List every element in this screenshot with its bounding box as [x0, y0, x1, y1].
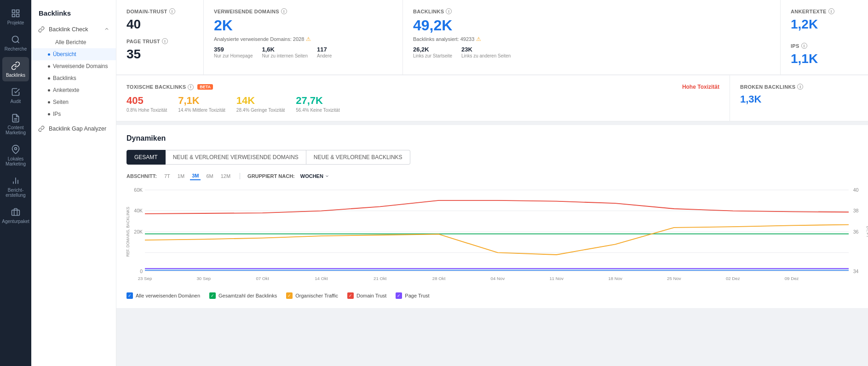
sidebar-item-audit[interactable]: Audit	[2, 83, 29, 108]
ankertexte-label: ANKERTEXTE i	[791, 8, 858, 14]
nav-item-seiten[interactable]: Seiten	[31, 96, 116, 108]
legend-label-alle: Alle verweisenden Domänen	[136, 293, 200, 298]
metric-card-domain-trust: DOMAIN-TRUST i 40 PAGE TRUST i 35	[116, 0, 204, 74]
domain-trust-info-icon[interactable]: i	[169, 8, 175, 14]
time-1m[interactable]: 1M	[176, 172, 186, 180]
svg-text:40K: 40K	[134, 208, 143, 213]
left-nav-title: Backlinks	[31, 6, 116, 23]
tab-gesamt[interactable]: GESAMT	[126, 150, 166, 165]
sidebar-item-recherche[interactable]: Recherche	[2, 31, 29, 55]
time-7t[interactable]: 7T	[162, 172, 172, 180]
time-6m[interactable]: 6M	[204, 172, 215, 180]
legend-label-backlinks: Gesamtzahl der Backlinks	[218, 293, 277, 298]
sidebar-label-agentur: Agenturpaket	[2, 219, 29, 224]
sidebar: Projekte Recherche Backlinks Audit Conte…	[0, 0, 31, 366]
nav-section-header-gap[interactable]: Backlink Gap Analyzer	[31, 122, 116, 136]
ankertexte-info-icon[interactable]: i	[828, 8, 834, 14]
sidebar-item-lokales-marketing[interactable]: Lokales Marketing	[2, 141, 29, 170]
tab-buttons: GESAMT NEUE & VERLORENE VERWEISENDE DOMA…	[126, 150, 858, 165]
tab-neue-verlorene-backlinks[interactable]: NEUE & VERLORENE BACKLINKS	[306, 150, 410, 165]
sidebar-label-projekte: Projekte	[7, 20, 24, 25]
verweisende-label: VERWEISENDE DOMAINS i	[214, 8, 392, 14]
nav-item-ips[interactable]: IPs	[31, 108, 116, 120]
nav-item-label-seiten: Seiten	[53, 99, 69, 105]
nav-item-label-backlinks: Backlinks	[53, 75, 76, 81]
tox-val-green: 27,7K 56.4% Keine Toxizität	[296, 95, 339, 113]
page-trust-info-icon[interactable]: i	[162, 38, 168, 44]
tox-values: 405 0.8% Hohe Toxizität 7,1K 14.4% Mittl…	[126, 95, 719, 113]
backlinks-warning-icon: ⚠	[476, 36, 481, 42]
broken-info-icon[interactable]: i	[797, 84, 803, 90]
bar-chart-icon	[11, 176, 21, 186]
legend-organischer-traffic[interactable]: ✓ Organischer Traffic	[286, 292, 338, 299]
backlinks-desc-2: Links zu anderen Seiten	[461, 53, 511, 58]
legend-checkbox-red: ✓	[347, 292, 354, 299]
nav-item-ankertexte[interactable]: Ankertexte	[31, 84, 116, 96]
ips-value: 1,1K	[791, 51, 858, 66]
dot-backlinks	[48, 77, 50, 80]
tab-neue-verlorene-domains[interactable]: NEUE & VERLORENE VERWEISENDE DOMAINS	[166, 150, 306, 165]
tox-header: TOXISCHE BACKLINKS i BETA Hohe Toxizität	[126, 84, 719, 90]
svg-rect-3	[17, 14, 19, 17]
sidebar-item-projekte[interactable]: Projekte	[2, 5, 29, 29]
verweisende-desc-1: Nur zur Homepage	[214, 53, 253, 58]
briefcase-icon	[11, 207, 21, 217]
sidebar-item-agentur[interactable]: Agenturpaket	[2, 203, 29, 228]
verweisende-sub-2: 1,6K Nur zu internen Seiten	[262, 46, 308, 58]
time-3m[interactable]: 3M	[190, 172, 201, 180]
link-small-icon	[38, 26, 45, 33]
grid-icon	[11, 8, 21, 18]
backlinks-sub-row: 26,2K Links zur Startseite 23K Links zu …	[413, 46, 770, 58]
nav-item-alle-berichte[interactable]: · Alle Berichte	[31, 36, 116, 48]
backlinks-num-1: 26,2K	[413, 46, 452, 53]
nav-section-header-backlink-check[interactable]: Backlink Check	[31, 23, 116, 36]
dynamiken-section: Dynamiken GESAMT NEUE & VERLORENE VERWEI…	[116, 125, 868, 308]
svg-point-4	[12, 36, 18, 42]
tox-label: TOXISCHE BACKLINKS i	[126, 84, 194, 90]
sidebar-item-bericht[interactable]: Bericht­erstellung	[2, 172, 29, 201]
nav-item-label-ips: IPs	[53, 111, 61, 117]
sidebar-item-backlinks[interactable]: Backlinks	[2, 57, 29, 81]
svg-text:21 Okt: 21 Okt	[374, 276, 387, 281]
sidebar-label-backlinks: Backlinks	[6, 73, 25, 78]
nav-item-verweisende-domains[interactable]: Verweisende Domains	[31, 60, 116, 72]
sidebar-label-bericht: Bericht­erstellung	[5, 188, 26, 198]
ips-info-icon[interactable]: i	[801, 43, 807, 49]
chart-legend: ✓ Alle verweisenden Domänen ✓ Gesamtzahl…	[126, 292, 858, 299]
legend-domain-trust[interactable]: ✓ Domain Trust	[347, 292, 386, 299]
backlinks-label: BACKLINKS i	[413, 8, 770, 14]
metric-card-backlinks: BACKLINKS i 49,2K Backlinks analysiert: …	[403, 0, 781, 74]
link-icon	[11, 61, 21, 71]
svg-text:36: 36	[853, 229, 859, 234]
tox-num-yellow: 14K	[236, 95, 285, 107]
backlinks-info-icon[interactable]: i	[446, 8, 452, 14]
warning-icon: ⚠	[306, 36, 311, 42]
legend-alle-verweisenden[interactable]: ✓ Alle verweisenden Domänen	[126, 292, 200, 299]
legend-gesamtzahl[interactable]: ✓ Gesamtzahl der Backlinks	[209, 292, 277, 299]
tox-num-red: 405	[126, 95, 167, 107]
tox-desc-green: 56.4% Keine Toxizität	[296, 108, 339, 113]
ips-label: IPS i	[791, 43, 858, 49]
page-trust-value: 35	[126, 47, 193, 62]
time-12m[interactable]: 12M	[219, 172, 232, 180]
svg-text:20K: 20K	[134, 229, 143, 234]
svg-text:38: 38	[853, 208, 859, 213]
hohe-toxizitaet-badge: Hohe Toxizität	[682, 84, 719, 90]
nav-item-uebersicht[interactable]: Übersicht	[31, 48, 116, 60]
sidebar-item-content-marketing[interactable]: Content Marketing	[2, 109, 29, 139]
domain-trust-value: 40	[126, 17, 193, 32]
svg-text:25 Nov: 25 Nov	[667, 276, 681, 281]
gruppiert-select[interactable]: WOCHEN	[300, 173, 329, 179]
nav-item-label-ankertexte: Ankertexte	[53, 87, 79, 93]
legend-page-trust[interactable]: ✓ Page Trust	[396, 292, 429, 299]
legend-checkbox-purple: ✓	[396, 292, 402, 299]
sidebar-label-lokales: Lokales Marketing	[5, 156, 26, 166]
verweisende-info-icon[interactable]: i	[281, 8, 287, 14]
chart-svg: 60K 40K 20K 0 40 38 36 34 23 Sep 30 Sep …	[145, 186, 849, 278]
metric-card-verweisende: VERWEISENDE DOMAINS i 2K Analysierte ver…	[204, 0, 403, 74]
dot-ankertexte	[48, 89, 50, 92]
nav-item-backlinks[interactable]: Backlinks	[31, 72, 116, 84]
svg-rect-0	[12, 10, 15, 13]
tox-val-orange: 7,1K 14.4% Mittlere Toxizität	[178, 95, 225, 113]
tox-info-icon[interactable]: i	[188, 84, 194, 90]
